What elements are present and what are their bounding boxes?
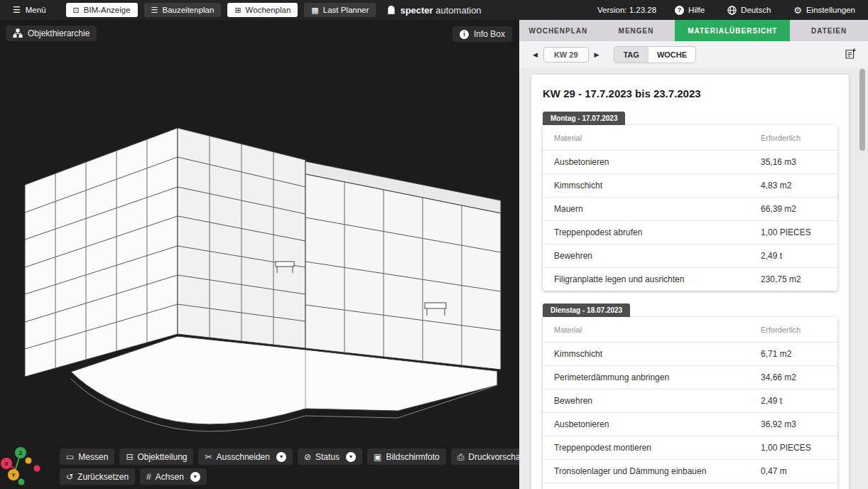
toolbar-row-1: ▭Messen⊟Objektteilung✂Ausschneiden▾⊘Stat…	[60, 448, 519, 465]
toggle-tag[interactable]: TAG	[614, 47, 647, 63]
table-row: Kimmschicht4,83 m2	[543, 173, 837, 197]
language-button[interactable]: Deutsch	[723, 5, 775, 16]
tab-wochenplan[interactable]: WOCHENPLAN	[519, 20, 597, 41]
nav-bauzeitenplan-label: Bauzeitenplan	[162, 6, 214, 14]
achsen-dropdown-button[interactable]: ▾	[190, 472, 200, 482]
panel-tabs: WOCHENPLANMENGENMATERIALÜBERSICHTDATEIEN	[519, 20, 868, 41]
material-quantity: 6,71 m2	[761, 349, 826, 359]
druckvorschau-button[interactable]: ⎙Druckvorschau▾	[451, 448, 519, 465]
object-hierarchy-label: Objekthierarchie	[28, 28, 89, 38]
day-section: Montag - 17.07.2023MaterialErforderlichA…	[543, 111, 837, 291]
axis-z-label: Z	[19, 450, 23, 456]
objektteilung-label: Objektteilung	[137, 452, 187, 462]
object-hierarchy-button[interactable]: Objekthierarchie	[6, 26, 97, 41]
chevron-down-icon: ▾	[194, 473, 197, 480]
column-material: Material	[554, 326, 761, 334]
menu-button[interactable]: ☰ Menü	[9, 4, 50, 16]
week-selector-button[interactable]: KW 29	[543, 47, 589, 63]
viewport-3d[interactable]: Objekthierarchie i Info Box Z X Y	[0, 20, 519, 489]
material-name: Ausbetonieren	[554, 157, 761, 167]
add-report-button[interactable]	[843, 46, 858, 63]
panel-controls: ◀ KW 29 ▶ TAGWOCHE	[519, 41, 868, 68]
material-table: MaterialErforderlichKimmschicht6,71 m2Pe…	[543, 317, 837, 489]
prev-week-button[interactable]: ◀	[529, 48, 541, 61]
nav-last-planner-label: Last Planner	[323, 6, 369, 14]
objektteilung-button[interactable]: ⊟Objektteilung	[119, 448, 193, 465]
print-icon: ⎙	[457, 453, 465, 461]
table-row: Tronsolenlager und Dämmung einbauen0,47 …	[543, 459, 837, 483]
reset-icon: ↺	[66, 473, 73, 481]
table-row: Filigranplatte legen und ausrichten230,7…	[543, 483, 837, 489]
top-bar: ☰ Menü ⊡BIM-Anzeige☰Bauzeitenplan⊞Wochen…	[0, 0, 868, 20]
tab-materialuebersicht[interactable]: MATERIALÜBERSICHT	[675, 20, 790, 41]
logo-secondary: automation	[435, 5, 481, 16]
status-button[interactable]: ⊘Status▾	[298, 448, 362, 465]
material-name: Perimeterdämmung anbringen	[554, 372, 761, 382]
hierarchy-icon	[13, 28, 23, 38]
side-panel: WOCHENPLANMENGENMATERIALÜBERSICHTDATEIEN…	[519, 20, 868, 489]
table-row: Treppenpodest montieren1,00 PIECES	[543, 436, 837, 459]
viewport-toolbar: ▭Messen⊟Objektteilung✂Ausschneiden▾⊘Stat…	[60, 448, 519, 485]
messen-button[interactable]: ▭Messen	[60, 448, 114, 465]
help-button[interactable]: ? Hilfe	[671, 5, 709, 16]
zuruecksetzen-button[interactable]: ↺Zurücksetzen	[60, 468, 135, 485]
material-name: Filigranplatte legen und ausrichten	[554, 274, 761, 284]
top-bar-right: Version: 1.23.28 ? Hilfe Deutsch ⚙ Einst…	[597, 5, 859, 16]
next-week-button[interactable]: ▶	[591, 48, 603, 61]
table-row: Kimmschicht6,71 m2	[543, 342, 837, 365]
gear-icon: ⚙	[793, 6, 802, 15]
globe-icon	[727, 6, 737, 15]
tab-mengen[interactable]: MENGEN	[597, 20, 676, 41]
screenshot-icon: ▣	[374, 453, 381, 461]
material-quantity: 2,49 t	[761, 251, 826, 261]
table-row: Treppenpodest abrufen1,00 PIECES	[543, 220, 837, 244]
day-week-toggle: TAGWOCHE	[614, 46, 696, 63]
axis-gizmo[interactable]: Z X Y	[0, 437, 57, 489]
settings-button[interactable]: ⚙ Einstellungen	[789, 5, 859, 16]
scrollbar-thumb[interactable]	[859, 69, 865, 151]
material-name: Bewehren	[554, 396, 761, 406]
nav-wochenplan[interactable]: ⊞Wochenplan	[227, 3, 298, 17]
column-required: Erforderlich	[761, 134, 826, 142]
nav-bim-anzeige[interactable]: ⊡BIM-Anzeige	[66, 3, 138, 17]
material-quantity: 4,83 m2	[761, 181, 826, 190]
nav-bauzeitenplan[interactable]: ☰Bauzeitenplan	[144, 3, 222, 17]
panel-content: KW 29 - 17.7.2023 bis 23.7.2023 Montag -…	[519, 68, 868, 489]
material-name: Bewehren	[554, 251, 761, 261]
material-name: Mauern	[554, 204, 761, 214]
material-quantity: 34,66 m2	[761, 372, 826, 382]
table-row: Ausbetonieren36,92 m3	[543, 412, 837, 436]
chevron-down-icon: ▾	[280, 453, 283, 460]
status-dropdown-button[interactable]: ▾	[346, 452, 356, 462]
achsen-button[interactable]: #Achsen▾	[140, 468, 207, 485]
material-overview-card: KW 29 - 17.7.2023 bis 23.7.2023 Montag -…	[531, 75, 849, 489]
material-name: Kimmschicht	[554, 181, 761, 190]
table-row: Mauern66,39 m2	[543, 197, 837, 220]
version-label: Version: 1.23.28	[597, 6, 656, 14]
toggle-woche[interactable]: WOCHE	[648, 47, 695, 63]
status-label: Status	[315, 452, 340, 462]
bildschirmfoto-button[interactable]: ▣Bildschirmfoto	[367, 448, 446, 465]
ausschneiden-dropdown-button[interactable]: ▾	[276, 452, 286, 462]
zuruecksetzen-label: Zurücksetzen	[77, 472, 129, 482]
building-model[interactable]	[0, 20, 519, 489]
tab-dateien[interactable]: DATEIEN	[790, 20, 868, 41]
ausschneiden-button[interactable]: ✂Ausschneiden▾	[198, 448, 292, 465]
nav-last-planner[interactable]: ▦Last Planner	[304, 3, 376, 17]
calendar-week-icon: ⊞	[234, 6, 241, 14]
chevron-down-icon: ▾	[349, 453, 352, 460]
ausschneiden-label: Ausschneiden	[217, 452, 270, 462]
logo-primary: specter	[400, 5, 433, 16]
status-check-icon: ⊘	[304, 453, 311, 461]
gantt-icon: ☰	[151, 6, 158, 14]
material-quantity: 66,39 m2	[761, 204, 826, 214]
material-quantity: 0,47 m	[761, 466, 826, 476]
achsen-label: Achsen	[156, 472, 184, 482]
material-quantity: 230,75 m2	[761, 274, 826, 284]
info-icon: i	[460, 30, 469, 39]
column-material: Material	[554, 134, 761, 142]
day-sections: Montag - 17.07.2023MaterialErforderlichA…	[543, 111, 837, 489]
info-box-button[interactable]: i Info Box	[452, 26, 512, 42]
table-header: MaterialErforderlich	[543, 125, 837, 150]
axes-icon: #	[146, 473, 151, 481]
